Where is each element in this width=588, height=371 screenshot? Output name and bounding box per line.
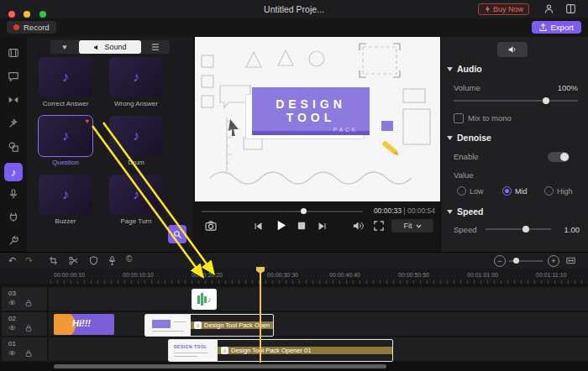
clip-hi-thumbnail[interactable]: Hi!!! [54,314,114,335]
audio-properties-tab[interactable] [497,42,528,57]
clip-design-tool-pack-open[interactable]: ♪ Design Tool Pack Open [144,314,274,337]
mic-button[interactable] [108,256,117,265]
enable-label: Enable [454,152,479,161]
ruler-label: 00:01:11:10 [536,272,566,278]
music-note-icon: ♪ [133,128,139,144]
lock-icon[interactable] [25,350,32,357]
track-number: 03 [8,290,16,297]
sound-tab[interactable]: Sound [79,40,141,54]
mask-button[interactable] [89,256,98,265]
copyright-button[interactable]: © [126,255,132,264]
search-button[interactable] [168,225,186,243]
elements-icon[interactable] [8,141,19,153]
previous-frame-button[interactable] [254,222,263,231]
snapshot-button[interactable] [205,221,217,231]
music-note-icon: ♪ [62,187,69,202]
speed-section-header[interactable]: Speed [447,206,484,217]
sound-item-question-selected[interactable]: ♪ ♥ [39,116,92,156]
ruler-label: 00:01:01:00 [467,272,498,278]
radio-high[interactable]: High [544,186,573,196]
music-note-icon: ♪ [62,128,69,144]
text-icon[interactable] [8,71,19,82]
sound-item-correct-answer[interactable]: ♪ [39,57,92,97]
split-button[interactable] [69,256,78,265]
play-button[interactable] [275,219,287,232]
favorites-tab[interactable]: ♥ [50,40,79,54]
lock-icon[interactable] [25,325,32,332]
volume-slider[interactable] [454,100,578,102]
sound-item-buzzer[interactable]: ♪ [39,175,92,215]
list-icon [151,44,160,50]
clip-body: ♪ Design Tool Pack Opener 01 [218,347,392,354]
audio-section-header[interactable]: Audio [447,64,482,74]
seek-handle[interactable] [301,208,307,214]
lock-icon[interactable] [25,300,32,306]
account-icon[interactable] [543,3,554,14]
plugin-icon[interactable] [8,212,19,223]
speaker-icon [93,44,101,51]
record-button[interactable]: Record [7,21,56,34]
mix-to-mono-checkbox[interactable] [454,113,464,123]
effects-icon[interactable] [8,118,19,129]
ruler-label: 00:00:30:30 [267,272,298,278]
horizontal-scrollbar[interactable] [54,364,386,368]
transition-icon[interactable] [8,94,19,106]
seek-bar[interactable] [202,211,363,212]
playhead-line[interactable] [260,269,261,363]
timeline-zoom-handle[interactable] [513,258,519,264]
zoom-in-button[interactable]: + [548,255,559,267]
total-time: 00:00:54 [407,206,435,215]
export-button[interactable]: Export [532,21,581,34]
track-header-02: 02 [2,312,47,336]
eye-icon[interactable] [8,325,16,331]
volume-label: Volume [454,83,480,92]
media-icon[interactable] [8,47,19,59]
track-header-03: 03 [2,287,47,311]
clip-design-tool-pack-opener-01[interactable]: DESIGN TOOL ♪ Design Tool Pack Opener 01 [168,339,393,362]
sound-item-wrong-answer[interactable]: ♪ [109,57,163,97]
stop-button[interactable] [297,222,306,230]
eye-icon[interactable] [8,350,16,356]
radio-low[interactable]: Low [457,186,484,196]
workspace-icon[interactable] [565,3,576,14]
sound-item-label: Wrong Answer [109,100,163,107]
sound-item-drum[interactable]: ♪ [109,116,163,156]
denoise-toggle[interactable] [548,152,570,162]
title-card[interactable]: DESIGN TOOL PACK [252,87,370,131]
ruler-label: 00:00:50:50 [398,272,429,278]
radio-mid-selected[interactable]: Mid [502,186,528,196]
list-view-tab[interactable] [141,40,170,54]
radio-mid-label: Mid [515,187,528,196]
trim-button[interactable] [49,256,58,265]
fit-dropdown[interactable]: Fit [391,219,433,233]
denoise-section-header[interactable]: Denoise [447,133,491,143]
track-lane-03[interactable] [49,287,588,311]
favorite-heart-icon[interactable]: ♥ [85,118,89,125]
clip-thumbnail: DESIGN TOOL [169,340,218,361]
speed-label: Speed [454,225,476,234]
volume-icon[interactable] [353,221,364,231]
sound-item-page-turn[interactable]: ♪ [109,175,163,215]
sound-item-label: Question [39,159,92,166]
speed-slider-handle[interactable] [522,226,529,233]
volume-slider-handle[interactable] [543,97,549,104]
denoise-section-label: Denoise [457,133,491,143]
timeline-ruler[interactable]: 00:00:00:10 00:00:10:10 00:00:20:20 00:0… [0,269,588,284]
audio-tab-active[interactable]: ♪ [4,163,23,181]
speed-slider[interactable] [486,228,551,230]
redo-button[interactable]: ↷ [25,256,33,265]
next-frame-button[interactable] [318,222,327,231]
buy-now-button[interactable]: Buy Now [478,3,529,15]
voiceover-icon[interactable] [8,188,19,200]
track-lane-02[interactable] [49,312,588,336]
undo-button[interactable]: ↶ [8,256,16,265]
audio-clip-question[interactable]: ♪ [192,289,217,310]
fullscreen-icon[interactable] [374,221,384,231]
zoom-out-button[interactable]: − [494,255,506,267]
fit-timeline-button[interactable] [566,256,575,265]
current-time: 00:00:33 [374,206,402,215]
clip-thumbnail [145,315,191,336]
tools-icon[interactable] [8,235,19,247]
eye-icon[interactable] [8,300,16,306]
toolbar [0,18,588,37]
